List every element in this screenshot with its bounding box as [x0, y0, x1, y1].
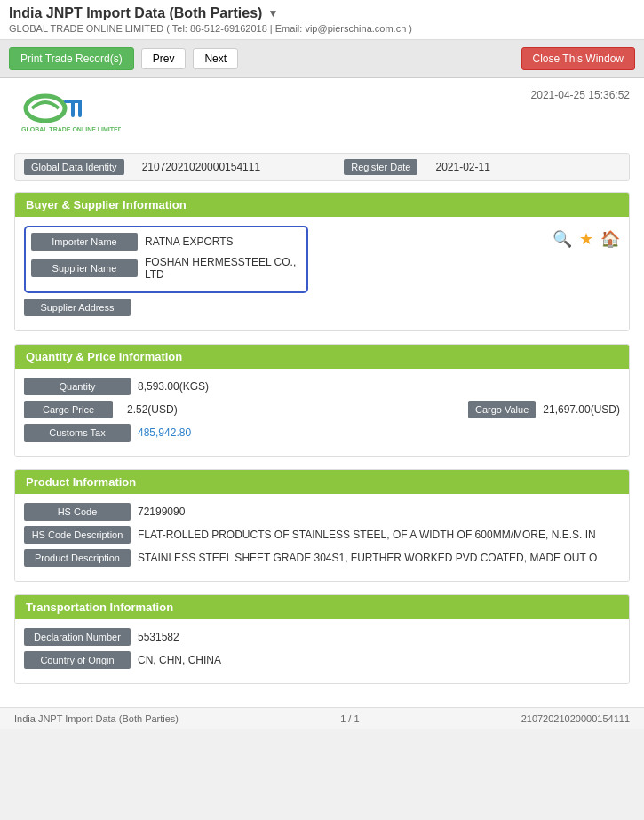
title-text: India JNPT Import Data (Both Parties)	[9, 5, 262, 21]
declaration-number-label: Declaration Number	[24, 628, 131, 646]
country-of-origin-row: Country of Origin CN, CHN, CHINA	[24, 651, 620, 669]
cargo-price-label: Cargo Price	[24, 401, 113, 418]
hs-code-desc-label: HS Code Description	[24, 526, 131, 544]
quantity-price-header: Quantity & Price Information	[15, 345, 629, 369]
star-icon[interactable]: ★	[579, 229, 593, 249]
footer-right: 21072021020000154111	[521, 713, 630, 724]
supplier-address-row: Supplier Address	[24, 299, 553, 316]
page-header: India JNPT Import Data (Both Parties) ▼ …	[0, 0, 644, 40]
product-desc-row: Product Description STAINLESS STEEL SHEE…	[24, 549, 620, 567]
meta-row: Global Data Identity 2107202102000015411…	[14, 153, 630, 181]
prev-button[interactable]: Prev	[141, 48, 187, 69]
importer-value: RATNA EXPORTS	[145, 235, 301, 248]
customs-tax-row: Customs Tax 485,942.80	[24, 424, 620, 442]
dropdown-arrow-icon[interactable]: ▼	[267, 7, 278, 20]
country-of-origin-label: Country of Origin	[24, 651, 131, 669]
footer-bar: India JNPT Import Data (Both Parties) 1 …	[0, 707, 644, 729]
footer-left: India JNPT Import Data (Both Parties)	[14, 713, 179, 724]
page-subtitle: GLOBAL TRADE ONLINE LIMITED ( Tel: 86-51…	[9, 23, 635, 34]
quantity-value: 8,593.00(KGS)	[138, 380, 620, 393]
next-button[interactable]: Next	[193, 48, 238, 69]
product-desc-label: Product Description	[24, 549, 131, 567]
hs-code-desc-row: HS Code Description FLAT-ROLLED PRODUCTS…	[24, 526, 620, 544]
supplier-value: FOSHAN HERMESSTEEL CO., LTD	[145, 256, 301, 281]
cargo-price-row: Cargo Price 2.52(USD) Cargo Value 21,697…	[24, 401, 620, 418]
cargo-value-label: Cargo Value	[468, 401, 536, 418]
print-button[interactable]: Print Trade Record(s)	[9, 47, 134, 70]
svg-text:GLOBAL TRADE ONLINE LIMITED: GLOBAL TRADE ONLINE LIMITED	[21, 126, 121, 132]
close-button[interactable]: Close This Window	[521, 47, 635, 70]
timestamp: 2021-04-25 15:36:52	[531, 89, 630, 101]
product-body: HS Code 72199090 HS Code Description FLA…	[15, 494, 629, 581]
transportation-header: Transportation Information	[15, 595, 629, 619]
home-icon[interactable]: 🏠	[600, 229, 620, 249]
footer-middle: 1 / 1	[340, 713, 359, 724]
register-date-label: Register Date	[344, 159, 417, 175]
quantity-price-body: Quantity 8,593.00(KGS) Cargo Price 2.52(…	[15, 369, 629, 456]
register-date-value: 2021-02-11	[435, 161, 620, 173]
quantity-row: Quantity 8,593.00(KGS)	[24, 378, 620, 395]
supplier-address-label: Supplier Address	[24, 299, 131, 316]
product-header: Product Information	[15, 470, 629, 494]
importer-label: Importer Name	[31, 233, 138, 251]
hs-code-desc-value: FLAT-ROLLED PRODUCTS OF STAINLESS STEEL,…	[138, 529, 620, 541]
quantity-label: Quantity	[24, 378, 131, 395]
quantity-price-section: Quantity & Price Information Quantity 8,…	[14, 344, 630, 457]
buyer-supplier-body: Importer Name RATNA EXPORTS Supplier Nam…	[15, 217, 629, 330]
global-data-identity-value: 21072021020000154111	[142, 161, 327, 173]
logo-box: GLOBAL TRADE ONLINE LIMITED	[14, 89, 121, 142]
buyer-fields: Importer Name RATNA EXPORTS Supplier Nam…	[24, 226, 553, 322]
main-content: GLOBAL TRADE ONLINE LIMITED 2021-04-25 1…	[0, 78, 644, 707]
supplier-label: Supplier Name	[31, 259, 138, 277]
buyer-highlighted-box: Importer Name RATNA EXPORTS Supplier Nam…	[24, 226, 308, 293]
buyer-supplier-section: Buyer & Supplier Information Importer Na…	[14, 192, 630, 331]
product-section: Product Information HS Code 72199090 HS …	[14, 469, 630, 582]
company-logo: GLOBAL TRADE ONLINE LIMITED	[14, 89, 121, 142]
customs-tax-label: Customs Tax	[24, 424, 131, 442]
page-title: India JNPT Import Data (Both Parties) ▼	[9, 5, 635, 21]
cargo-price-value: 2.52(USD)	[127, 403, 461, 416]
global-data-identity-label: Global Data Identity	[24, 159, 124, 175]
transportation-body: Declaration Number 5531582 Country of Or…	[15, 619, 629, 683]
importer-row: Importer Name RATNA EXPORTS	[31, 233, 301, 251]
logo-area: GLOBAL TRADE ONLINE LIMITED 2021-04-25 1…	[14, 89, 630, 142]
hs-code-value: 72199090	[138, 506, 620, 518]
transportation-section: Transportation Information Declaration N…	[14, 594, 630, 684]
svg-point-0	[26, 96, 65, 121]
supplier-row: Supplier Name FOSHAN HERMESSTEEL CO., LT…	[31, 256, 301, 281]
product-desc-value: STAINLESS STEEL SHEET GRADE 304S1, FURTH…	[138, 552, 620, 564]
cargo-value-value: 21,697.00(USD)	[543, 403, 620, 416]
hs-code-label: HS Code	[24, 503, 131, 521]
declaration-number-row: Declaration Number 5531582	[24, 628, 620, 646]
search-icon[interactable]: 🔍	[553, 229, 572, 249]
customs-tax-value: 485,942.80	[138, 426, 620, 439]
country-of-origin-value: CN, CHN, CHINA	[138, 654, 620, 666]
declaration-number-value: 5531582	[138, 631, 620, 643]
buyer-action-icons: 🔍 ★ 🏠	[553, 226, 620, 249]
buyer-supplier-header: Buyer & Supplier Information	[15, 193, 629, 217]
toolbar: Print Trade Record(s) Prev Next Close Th…	[0, 40, 644, 78]
hs-code-row: HS Code 72199090	[24, 503, 620, 521]
